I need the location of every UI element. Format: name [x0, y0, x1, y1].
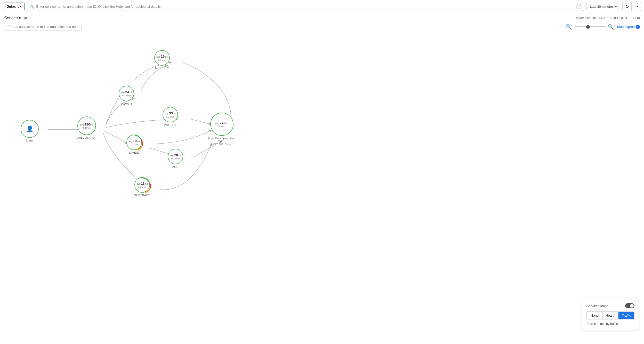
map-legend-label: Map legend — [617, 25, 635, 29]
multiply-circle: avg 19ms 0.2 t/min — [154, 50, 170, 66]
power-label: POWER — [121, 102, 132, 105]
search-bar: 🔍 ? — [27, 2, 584, 11]
chevron-down-icon: ▾ — [20, 5, 21, 8]
default-label: Default — [6, 4, 19, 9]
zoom-slider[interactable] — [575, 26, 606, 27]
client-circle: 👤 — [21, 120, 39, 138]
chevron-down-icon: ▾ — [637, 5, 638, 8]
chevron-down-icon: ▾ — [615, 5, 617, 9]
sqs-sublabel: AWS::SQS::Queue — [212, 143, 232, 145]
power-node[interactable]: avg 24ms 0.2 t/min POWER — [119, 86, 134, 105]
zoom-out-button[interactable]: 🔍− — [565, 23, 574, 30]
health-button[interactable]: Health — [602, 312, 618, 319]
header: Default ▾ 🔍 ? Last 30 minutes ▾ ↻ ▾ — [0, 0, 644, 13]
help-icon[interactable]: ? — [576, 4, 582, 9]
refresh-icon: ↻ — [625, 4, 629, 9]
zoom-controls: 🔍− 🔍+ Map legend i — [565, 23, 640, 30]
none-button[interactable]: None — [587, 312, 602, 319]
services-icons-toggle[interactable] — [625, 303, 634, 308]
add-label: ADD — [172, 165, 179, 168]
divide-node[interactable]: avg 19ms 0.3 t/min DIVIDE — [126, 135, 142, 154]
info-icon: i — [636, 25, 640, 29]
postfix-circle: avg 33ms 0.2 t/min — [163, 107, 178, 122]
subtract-circle: avg 13ms 0.2 t/min — [134, 177, 150, 193]
divide-circle: avg 19ms 0.3 t/min — [126, 135, 142, 150]
default-button[interactable]: Default ▾ — [3, 3, 25, 10]
divide-label: DIVIDE — [129, 151, 139, 154]
calculator-node[interactable]: avg 190ms 0.2 t/min CALCULATOR — [77, 116, 96, 139]
user-icon: 👤 — [26, 126, 33, 132]
connections-svg — [0, 33, 644, 340]
search-icon: 🔍 — [30, 4, 34, 9]
sqs-circle: avg 278ms 2 t/min — [210, 113, 234, 136]
multiply-label: MULTIPLY — [155, 67, 169, 70]
node-mode-group: None Health Traffic — [586, 311, 634, 319]
page-title: Service map — [4, 16, 27, 20]
map-controls: 🔍− 🔍+ Map legend i — [0, 21, 644, 33]
map-legend-button[interactable]: Map legend i — [617, 25, 640, 29]
resize-label: Resize nodes by traffic — [586, 322, 634, 326]
sqs-node[interactable]: avg 278ms 2 t/min https://sqs.ap-southea… — [208, 113, 236, 145]
calculator-label: CALCULATOR — [77, 136, 96, 139]
add-circle: avg 20ms 0.3 t/min — [168, 149, 183, 164]
subheader: Service map Updated on 2020-06-15 15:20:… — [0, 13, 644, 21]
multiply-node[interactable]: avg 19ms 0.2 t/min MULTIPLY — [154, 50, 170, 70]
postfix-label: POSTFIX — [164, 123, 176, 127]
client-node[interactable]: 👤 Client — [21, 120, 39, 142]
refresh-dropdown-button[interactable]: ▾ — [634, 2, 641, 11]
subtract-label: SUBTRACT — [134, 194, 150, 197]
sqs-label: https://sqs.ap-southeast-2.... — [208, 137, 236, 143]
time-selector[interactable]: Last 30 minutes ▾ — [586, 3, 620, 10]
client-label: Client — [26, 139, 34, 142]
svg-line-1 — [104, 131, 128, 144]
calculator-circle: avg 190ms 0.2 t/min — [77, 116, 96, 135]
power-circle: avg 24ms 0.2 t/min — [119, 86, 134, 101]
services-icons-row: Services Icons — [586, 303, 634, 308]
subtract-node[interactable]: avg 13ms 0.2 t/min SUBTRACT — [134, 177, 150, 197]
search-input[interactable] — [36, 5, 574, 9]
time-label: Last 30 minutes — [590, 5, 614, 9]
zoom-in-button[interactable]: 🔍+ — [607, 23, 616, 30]
updated-time: Updated on 2020-06-15 15:20:16 (UTC +12:… — [575, 16, 640, 20]
service-search-input[interactable] — [4, 23, 82, 30]
settings-panel: Services Icons None Health Traffic Resiz… — [582, 299, 639, 330]
postfix-node[interactable]: avg 33ms 0.2 t/min POSTFIX — [163, 107, 178, 127]
map-area: 👤 Client avg 190ms 0.2 t/min CALCULATOR … — [0, 33, 644, 340]
refresh-button[interactable]: ↻ — [622, 2, 632, 11]
services-icons-label: Services Icons — [586, 304, 608, 308]
add-node[interactable]: avg 20ms 0.3 t/min ADD — [168, 149, 183, 168]
traffic-button[interactable]: Traffic — [618, 312, 634, 319]
